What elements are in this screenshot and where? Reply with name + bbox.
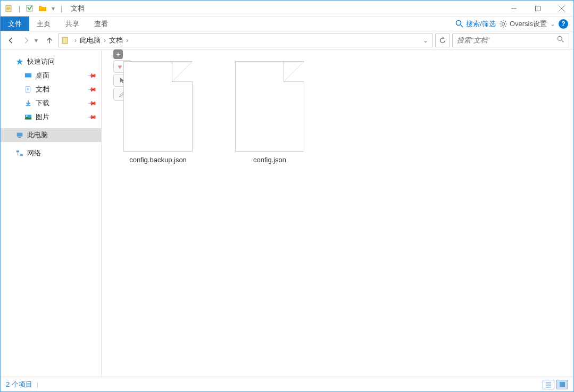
forward-button[interactable] (20, 34, 32, 47)
svg-rect-20 (62, 37, 68, 44)
minimize-button[interactable] (502, 1, 526, 16)
sidebar-desktop-label: 桌面 (36, 71, 49, 80)
svg-rect-6 (535, 6, 540, 11)
close-button[interactable] (550, 1, 573, 16)
search-icon (455, 20, 464, 28)
sidebar-documents[interactable]: 文档 📌 (1, 82, 101, 96)
status-separator: | (37, 380, 38, 388)
chevron-down-icon[interactable]: ⌄ (550, 20, 555, 28)
svg-rect-1 (7, 7, 10, 7)
ribbon-tab-view[interactable]: 查看 (87, 16, 115, 31)
item-count: 2 个项目 (6, 380, 32, 389)
sidebar-downloads[interactable]: 下载 📌 (1, 96, 101, 110)
sidebar-quick-access-label: 快速访问 (27, 57, 55, 66)
quick-access-toolbar: | ▾ | 文档 (4, 3, 85, 14)
icon-view-icon (559, 381, 565, 388)
settings-label: Oversis设置 (510, 19, 547, 29)
pin-icon: 📌 (87, 84, 97, 94)
statusbar: 2 个项目 | (1, 377, 573, 391)
search-filter-label: 搜索/筛选 (466, 19, 496, 29)
qat-separator: | (19, 5, 20, 12)
pin-icon: 📌 (87, 112, 97, 122)
titlebar: | ▾ | 文档 (1, 1, 573, 16)
svg-rect-3 (7, 9, 9, 10)
crumb-root-sep: › (72, 37, 79, 44)
view-details-button[interactable] (543, 380, 554, 389)
documents-icon (24, 85, 32, 94)
sidebar-pictures[interactable]: 图片 📌 (1, 110, 101, 124)
sidebar-quick-access[interactable]: 快速访问 (1, 55, 101, 69)
sidebar-network[interactable]: 网络 (1, 146, 101, 160)
location-icon (61, 36, 70, 45)
addressbar-dropdown[interactable]: ⌄ (421, 37, 430, 44)
sidebar: 快速访问 桌面 📌 文档 📌 下载 📌 (1, 49, 102, 377)
maximize-button[interactable] (526, 1, 550, 16)
file-pane[interactable]: + ♥0 config.backup.json config.json (102, 49, 573, 377)
file-item[interactable]: config.json (222, 58, 318, 167)
sidebar-documents-label: 文档 (36, 85, 49, 94)
gear-icon (499, 20, 508, 28)
star-icon (15, 57, 24, 66)
sidebar-this-pc-label: 此电脑 (27, 130, 48, 140)
svg-rect-31 (17, 133, 23, 137)
ribbon-tab-home[interactable]: 主页 (29, 16, 58, 31)
addressbar[interactable]: › 此电脑 › 文档 › ⌄ (58, 34, 433, 47)
svg-point-21 (558, 36, 562, 40)
annotation-add-button[interactable]: + (113, 49, 123, 59)
search-filter-toggle[interactable]: 搜索/筛选 (455, 19, 496, 29)
svg-line-22 (562, 40, 564, 43)
svg-rect-2 (7, 8, 10, 9)
svg-point-9 (456, 20, 461, 25)
view-icons-button[interactable] (556, 380, 568, 389)
sidebar-downloads-label: 下载 (36, 98, 49, 108)
heart-icon: ♥ (118, 63, 122, 71)
sidebar-desktop[interactable]: 桌面 📌 (1, 69, 101, 82)
file-label: config.json (253, 156, 286, 164)
refresh-icon (439, 37, 446, 44)
sidebar-this-pc[interactable]: 此电脑 (1, 128, 101, 142)
window-title: 文档 (71, 4, 85, 13)
svg-line-18 (501, 26, 502, 27)
network-icon (15, 149, 24, 157)
searchbox[interactable] (452, 34, 569, 47)
crumb-documents[interactable]: 文档 (108, 36, 124, 45)
file-icon (235, 61, 304, 152)
svg-rect-34 (20, 154, 23, 156)
app-icon (4, 3, 14, 14)
desktop-icon (24, 71, 32, 80)
back-button[interactable] (5, 34, 18, 47)
refresh-button[interactable] (435, 34, 450, 47)
svg-point-11 (502, 22, 504, 25)
ribbon-tab-file[interactable]: 文件 (1, 16, 29, 31)
up-button[interactable] (43, 34, 56, 47)
qat-properties-icon[interactable] (24, 3, 35, 14)
file-icon (123, 61, 193, 152)
pin-icon: 📌 (87, 70, 97, 80)
qat-folder-icon[interactable] (37, 3, 48, 14)
help-button[interactable]: ? (559, 19, 568, 29)
qat-dropdown-icon[interactable]: ▾ (50, 3, 56, 14)
svg-line-16 (501, 21, 502, 22)
svg-rect-33 (16, 151, 19, 153)
explorer-window: | ▾ | 文档 文件 主页 共享 查看 搜索/筛选 (0, 0, 574, 392)
history-dropdown[interactable]: ▾ (35, 37, 41, 44)
svg-rect-24 (26, 87, 30, 93)
navbar: ▾ › 此电脑 › 文档 › ⌄ (1, 31, 573, 49)
ribbon: 文件 主页 共享 查看 搜索/筛选 Oversis设置 ⌄ ? (1, 16, 573, 31)
svg-line-10 (461, 25, 463, 27)
list-view-icon (545, 381, 552, 388)
svg-rect-32 (18, 137, 21, 138)
ribbon-tab-share[interactable]: 共享 (58, 16, 87, 31)
crumb-this-pc[interactable]: 此电脑 (79, 36, 102, 45)
search-icon[interactable] (557, 36, 564, 45)
svg-line-19 (505, 21, 506, 22)
oversis-settings[interactable]: Oversis设置 (499, 19, 547, 29)
computer-icon (15, 131, 24, 139)
file-item[interactable]: config.backup.json (110, 58, 206, 167)
svg-rect-39 (560, 382, 565, 387)
sidebar-pictures-label: 图片 (36, 112, 49, 122)
content-area: 快速访问 桌面 📌 文档 📌 下载 📌 (1, 49, 573, 377)
search-input[interactable] (457, 36, 557, 44)
qat-separator-2: | (61, 5, 62, 12)
file-label: config.backup.json (129, 156, 187, 164)
